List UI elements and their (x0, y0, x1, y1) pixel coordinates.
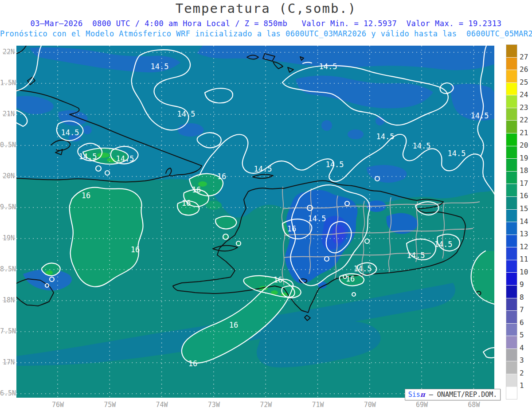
contour-value-label: 16 (192, 185, 201, 194)
colorbar-segment (506, 387, 517, 399)
colorbar-tick-label: 25 (520, 78, 528, 86)
colorbar-segment (506, 121, 517, 133)
contour-value-label: 16 (274, 275, 282, 284)
contour-value-label: 14.5 (326, 160, 344, 169)
lon-label: 69W (416, 401, 428, 409)
lon-label: 75W (104, 401, 116, 409)
colorbar-segment (506, 349, 517, 362)
colorbar-tick-label: 13 (520, 230, 528, 238)
lon-label: 73W (208, 401, 220, 409)
colorbar-tick-label: 19 (520, 154, 528, 162)
colorbar-tick-label: 6 (520, 318, 524, 327)
colorbar-tick-label: 23 (520, 103, 528, 112)
colorbar-segment (506, 286, 517, 298)
contour-value-label: 14.5 (448, 149, 466, 158)
lat-tick (3, 300, 15, 301)
contour-value-label: 14.5 (308, 214, 326, 223)
contour-value-label: 16 (287, 224, 296, 233)
contour-value-label: 14.5 (177, 110, 196, 118)
colorbar-segment (506, 374, 517, 387)
lon-label: 71W (312, 401, 324, 409)
lat-tick (3, 52, 15, 53)
contour-value-label: 14.5 (471, 111, 489, 120)
colorbar-tick-label: 4 (520, 344, 524, 352)
contour-value-label: 16 (131, 245, 140, 254)
colorbar-segment (506, 108, 517, 121)
colorbar-segment (506, 222, 517, 235)
page-title: Temperatura (C,somb.) (0, 1, 532, 16)
contour-value-label: 16 (182, 199, 191, 207)
lat-tick (3, 269, 15, 270)
attribution-box: Sisπ – ONAMET/REP.DOM. (405, 389, 501, 400)
contour-value-label: 16 (346, 274, 355, 283)
lat-tick (3, 114, 15, 115)
lat-tick (3, 331, 15, 332)
contour-value-label: 16 (188, 359, 197, 368)
colorbar-tick-label: 1 (520, 381, 524, 390)
colorbar-segment (506, 172, 517, 184)
colorbar-segment (506, 95, 517, 108)
colorbar-tick-label: 22 (520, 116, 528, 124)
colorbar-tick-label: 14 (520, 217, 528, 226)
contour-value-label: 16 (229, 321, 238, 329)
contour-value-label: 14.5 (434, 240, 453, 249)
colorbar-segment (506, 210, 517, 223)
colorbar-tick-label: 21 (520, 129, 528, 137)
colorbar-tick-label: 20 (520, 141, 528, 149)
contour-value-label: 14.5 (354, 264, 372, 273)
contour-value-label: 14.5 (61, 128, 79, 137)
contour-value-label: 16 (82, 191, 90, 200)
colorbar-segment (506, 159, 517, 172)
colorbar-tick-label: 26 (520, 65, 528, 74)
colorbar-segment (506, 146, 517, 159)
lat-tick (3, 393, 15, 394)
colorbar-segment (506, 235, 517, 248)
contour-value-label: 14.5 (413, 141, 431, 150)
colorbar-tick-label: 11 (520, 255, 528, 263)
lat-tick (3, 176, 15, 177)
colorbar-tick-label: 16 (520, 192, 528, 200)
sispi-brand-text: Sis (408, 391, 420, 399)
contour-value-label: 14.5 (376, 132, 395, 141)
colorbar-tick-label: 3 (520, 356, 524, 364)
lat-tick (3, 83, 15, 84)
contour-value-label: 14.5 (116, 154, 134, 163)
colorbar-tick-label: 10 (520, 268, 528, 276)
weather-map-page: Temperatura (C,somb.) 03–Mar–2026 0800 U… (0, 0, 532, 411)
colorbar-segment (506, 324, 517, 337)
colorbar-segment (506, 298, 517, 311)
colorbar-segment (506, 260, 517, 273)
colorbar-tick-label: 17 (520, 179, 528, 188)
colorbar-segment (506, 273, 517, 286)
contour-value-label: 16 (217, 172, 226, 181)
temperature-colorbar (506, 44, 517, 399)
colorbar-tick-label: 8 (520, 293, 524, 301)
colorbar-tick-label: 9 (520, 280, 524, 289)
colorbar-tick-label: 2 (520, 369, 524, 377)
forecast-map: 14.514.514.514.514.514.514.514.514.514.5… (16, 46, 494, 398)
colorbar-segment (506, 133, 517, 146)
colorbar-segment (506, 70, 517, 83)
map-canvas (16, 46, 494, 398)
colorbar-segment (506, 83, 517, 96)
colorbar-tick-label: 18 (520, 166, 528, 175)
lon-label: 68W (468, 401, 480, 409)
lon-label: 72W (260, 401, 272, 409)
colorbar-segment (506, 336, 517, 349)
colorbar-tick-label: 24 (520, 90, 528, 99)
colorbar-tick-label: 5 (520, 331, 524, 339)
colorbar-segment (506, 247, 517, 260)
colorbar-segment (506, 197, 517, 210)
contour-value-label: 14.5 (151, 62, 169, 71)
colorbar-tick-label: 7 (520, 305, 524, 314)
lat-tick (3, 207, 15, 208)
colorbar-segment (506, 361, 517, 374)
contour-value-label: 14.5 (407, 251, 425, 260)
colorbar-segment (506, 311, 517, 324)
lat-tick (3, 145, 15, 146)
lon-label: 74W (156, 401, 168, 409)
pi-symbol: π (420, 391, 425, 399)
lat-tick (3, 362, 15, 363)
contour-value-label: 14.5 (319, 62, 337, 71)
attribution-org-text: – ONAMET/REP.DOM. (425, 391, 497, 399)
